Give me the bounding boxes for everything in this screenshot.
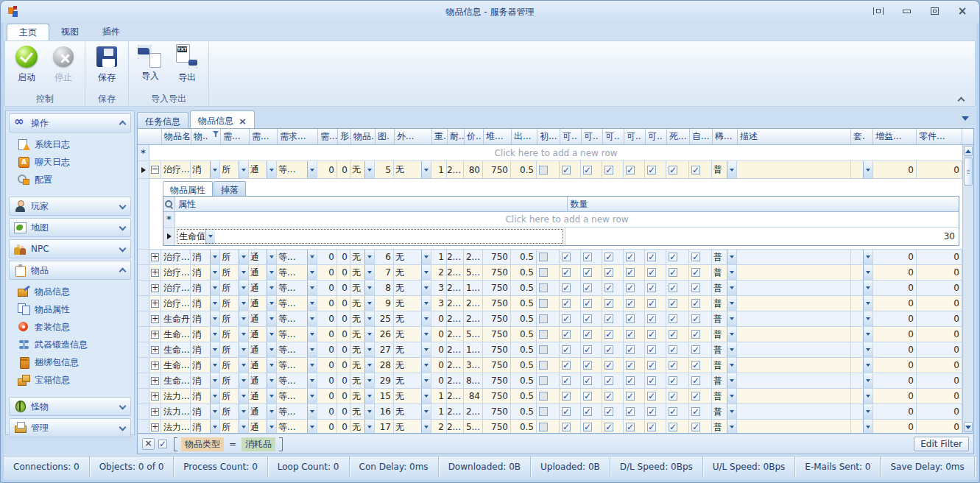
checkbox-checked[interactable] [669,268,677,277]
checkbox-checked[interactable] [626,392,635,401]
cell-stack[interactable]: 750 [483,311,511,326]
cell-ext[interactable]: 无 [394,358,431,373]
dropdown-icon[interactable] [239,420,248,433]
cell-part[interactable]: 0 [917,161,962,178]
dropdown-icon[interactable] [421,389,431,403]
cell-set[interactable] [851,342,873,357]
column-header-type[interactable]: 物.. [191,129,221,144]
detail-search-cell[interactable] [163,197,175,211]
save-button[interactable]: 保存 [90,44,124,91]
cell-req3[interactable]: 等... [277,420,317,433]
cell-shape[interactable]: 无 [350,373,375,388]
dropdown-icon[interactable] [210,296,219,311]
checkbox-checked[interactable] [626,299,635,308]
checkbox-checked[interactable] [626,314,635,323]
checkbox-checked[interactable] [669,299,677,308]
cell-dur[interactable]: 2... [447,342,464,357]
cell-n1[interactable]: 0 [317,250,337,264]
dropdown-icon[interactable] [307,265,317,280]
dropdown-icon[interactable] [727,389,736,403]
cell-gain[interactable]: 0 [873,404,917,419]
cell-dur[interactable]: 2... [447,420,464,433]
cell-weight[interactable]: 2 [431,265,447,280]
cell-req2[interactable]: 通 [249,250,277,264]
cell-dur[interactable]: 2... [447,358,464,373]
column-header-can4[interactable]: 可.. [624,129,646,144]
cell-name[interactable]: 生命... [161,327,191,342]
filter-enabled-checkbox[interactable] [158,440,167,448]
cell-desc[interactable] [737,358,851,373]
cell-set[interactable] [851,373,873,388]
dropdown-icon[interactable] [421,265,431,280]
filter-close-button[interactable]: × [142,438,155,450]
dropdown-icon[interactable] [307,358,317,373]
sidebar-group-3[interactable]: NPC [9,239,131,258]
checkbox-checked[interactable] [583,268,592,277]
cell-ext[interactable]: 无 [394,161,431,178]
checkbox-unchecked[interactable] [539,361,548,370]
checkbox-checked[interactable] [691,376,700,385]
cell-out[interactable]: 0.5 [511,161,537,178]
cell-type[interactable]: 消 [191,358,220,373]
dropdown-icon[interactable] [364,420,374,433]
column-header-set[interactable]: 套. [851,129,873,144]
cell-ext[interactable]: 无 [394,327,431,342]
checkbox-checked[interactable] [583,283,592,292]
checkbox-checked[interactable] [626,423,635,431]
dropdown-icon[interactable] [239,358,248,373]
cell-weight[interactable]: 1 [431,161,447,178]
edit-filter-button[interactable]: Edit Filter [914,437,969,451]
dropdown-icon[interactable] [210,358,219,373]
dropdown-icon[interactable] [863,265,873,280]
cell-n1[interactable]: 0 [317,389,337,403]
cell-type[interactable]: 消 [191,404,220,419]
cell-dur[interactable]: 2... [447,265,464,280]
cell-part[interactable]: 0 [917,281,962,295]
column-header-init[interactable]: 初... [537,129,560,144]
checkbox-checked[interactable] [669,361,677,370]
dropdown-icon[interactable] [421,161,431,178]
dropdown-icon[interactable] [863,389,873,403]
cell-ext[interactable]: 无 [394,342,431,357]
cell-dur[interactable]: 2... [447,281,464,295]
checkbox-checked[interactable] [626,407,635,416]
ribbon-tab-2[interactable]: 插件 [91,24,132,40]
column-header-death[interactable]: 死... [667,129,690,144]
cell-gain[interactable]: 0 [873,358,917,373]
checkbox-checked[interactable] [604,314,613,323]
dropdown-icon[interactable] [727,420,736,433]
checkbox-checked[interactable] [626,283,635,292]
cell-set[interactable] [851,420,873,433]
detail-new-row[interactable]: *Click here to add a new row [163,212,959,228]
cell-out[interactable]: 0.5 [511,311,537,326]
doc-tab-0[interactable]: 任务信息 [137,112,188,128]
dropdown-icon[interactable] [210,420,219,433]
cell-type[interactable]: 消 [191,389,220,403]
detail-cell-quantity[interactable]: 30 [565,228,959,245]
cell-weight[interactable]: 3 [431,281,447,295]
checkbox-checked[interactable] [669,345,677,354]
checkbox-checked[interactable] [562,299,571,308]
cell-icon_id[interactable]: 6 [375,250,394,264]
cell-part[interactable]: 0 [917,420,962,433]
cell-req2[interactable]: 通 [249,373,277,388]
sidebar-group-2[interactable]: 地图 [9,218,131,237]
dropdown-icon[interactable] [267,327,276,342]
dropdown-icon[interactable] [267,296,276,311]
cell-price[interactable]: 1... [464,342,483,357]
cell-req1[interactable]: 所 [220,311,249,326]
cell-n2[interactable]: 0 [337,389,350,403]
item-row-8[interactable]: +生命...消所通等...00无28无02...3...7500.5普00 [138,358,962,373]
checkbox-checked[interactable] [583,253,592,261]
detail-column-attribute[interactable]: 属性 [175,197,568,211]
dropdown-icon[interactable] [210,404,219,419]
cell-n2[interactable]: 0 [337,358,350,373]
checkbox-checked[interactable] [647,345,656,354]
cell-set[interactable] [851,358,873,373]
cell-req3[interactable]: 等... [277,161,317,178]
cell-part[interactable]: 0 [917,250,962,264]
checkbox-unchecked[interactable] [539,166,548,174]
checkbox-checked[interactable] [562,392,571,401]
cell-gain[interactable]: 0 [873,296,917,311]
cell-desc[interactable] [737,161,851,178]
